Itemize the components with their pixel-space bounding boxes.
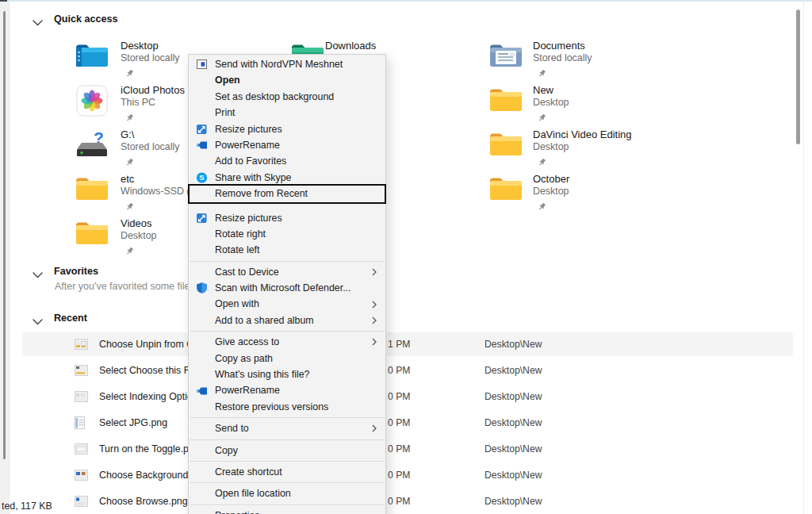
quick-access-item[interactable]: DocumentsStored locally [488,40,671,81]
menu-item-set-as-desktop-background[interactable]: Set as desktop background [189,89,385,105]
menu-separator [190,261,385,262]
file-thumbnail-icon [75,443,88,455]
menu-separator [190,417,385,418]
desktop-folder-icon [75,40,109,73]
menu-item-add-to-favorites[interactable]: Add to Favorites [189,153,385,169]
menu-item-print[interactable]: Print [189,105,385,121]
menu-item-label: Restore previous versions [215,401,328,412]
menu-item-powerrename[interactable]: PowerRename [189,137,385,153]
menu-item-send-to[interactable]: Send to [189,420,385,436]
menu-item-copy[interactable]: Copy [189,443,385,458]
menu-item-label: Copy [215,445,238,456]
item-title: October [533,173,569,185]
menu-item-add-to-a-shared-album[interactable]: Add to a shared album [189,313,385,328]
menu-item-label: Open with [215,298,259,309]
menu-item-give-access-to[interactable]: Give access to [189,334,385,350]
recent-file-row[interactable]: Turn on the Toggle.png0 PMDesktop\New [22,437,793,461]
file-name: Choose Browse.png [99,496,188,507]
menu-separator [190,504,385,505]
file-thumbnail-icon [75,416,85,429]
image-resizer-icon [196,123,208,135]
recent-file-row[interactable]: Select Choose this Fold0 PMDesktop\New [22,359,793,382]
right-scrollbar-thumb[interactable] [796,10,800,144]
item-subtitle: Stored locally [121,140,179,153]
menu-item-label: Send with NordVPN Meshnet [215,59,343,70]
recent-section-header[interactable]: Recent [54,313,87,324]
yellow-folder-icon [75,173,109,206]
menu-item-label: Resize pictures [215,213,282,224]
file-path: Desktop\New [485,443,542,455]
recent-file-row[interactable]: Choose Unpin from Qu1 PMDesktop\New [22,332,793,356]
power-rename-icon [196,385,208,397]
recent-file-row[interactable]: Choose Background.pn0 PMDesktop\New [22,463,793,487]
file-path: Desktop\New [485,470,542,481]
menu-item-label: Add to Favorites [215,155,286,167]
menu-item-cast-to-device[interactable]: Cast to Device [189,264,385,280]
pin-icon [538,200,546,214]
menu-item-remove-from-recent[interactable]: Remove from Recent [189,186,385,201]
file-path: Desktop\New [485,391,542,402]
menu-item-what-s-using-this-file[interactable]: What's using this file? [189,366,385,382]
menu-item-label: Share with Skype [215,172,291,183]
menu-item-open[interactable]: Open [189,72,385,88]
file-thumbnail-icon [75,496,88,507]
menu-item-open-with[interactable]: Open with [189,296,385,312]
menu-item-restore-previous-versions[interactable]: Restore previous versions [189,399,385,415]
left-scrollbar-thumb[interactable] [3,11,6,459]
quick-access-section-header[interactable]: Quick access [54,13,118,25]
menu-item-scan-with-microsoft-defender[interactable]: Scan with Microsoft Defender... [189,280,385,296]
menu-item-properties[interactable]: Properties [189,508,385,514]
menu-item-label: Rotate right [215,228,266,240]
menu-item-share-with-skype[interactable]: SShare with Skype [189,170,385,186]
quick-access-item[interactable]: OctoberDesktop [488,173,671,214]
svg-text:S: S [199,173,204,182]
image-resizer-icon [196,212,208,224]
chevron-down-icon[interactable] [33,15,43,21]
unknown-drive-icon: ? [75,128,109,162]
menu-item-label: Resize pictures [215,124,282,135]
file-time: 0 PM [388,365,410,376]
defender-icon [196,282,208,294]
quick-access-item[interactable]: DaVinci Video EditingDesktop [488,128,671,170]
file-name: Select Indexing Option [99,391,198,402]
file-path: Desktop\New [485,365,542,376]
submenu-arrow-icon [372,424,377,432]
chevron-down-icon[interactable] [33,314,43,320]
item-title: New [533,84,569,96]
chevron-down-icon[interactable] [33,267,43,274]
menu-item-powerrename[interactable]: PowerRename [189,382,385,398]
menu-separator [190,439,385,440]
file-time: 0 PM [388,391,410,402]
recent-file-row[interactable]: Select JPG.png0 PMDesktop\New [22,411,793,435]
menu-item-label: Send to [215,423,249,434]
pin-icon [125,111,134,125]
item-title: G:\ [121,128,179,140]
menu-item-label: Set as desktop background [215,91,334,102]
menu-item-create-shortcut[interactable]: Create shortcut [189,464,385,480]
submenu-arrow-icon [372,301,377,309]
menu-item-label: What's using this file? [215,369,309,380]
menu-item-send-with-nordvpn-meshnet[interactable]: Send with NordVPN Meshnet [189,56,385,72]
file-name: Turn on the Toggle.png [99,443,200,455]
menu-item-rotate-left[interactable]: Rotate left [189,242,385,258]
file-name: Select JPG.png [99,417,167,428]
favorites-section-header[interactable]: Favorites [54,266,98,277]
menu-item-open-file-location[interactable]: Open file location [189,485,385,501]
pin-icon [125,200,134,214]
menu-separator [190,482,385,483]
menu-item-resize-pictures[interactable]: Resize pictures [189,121,385,137]
recent-file-row[interactable]: Choose Browse.png0 PMDesktop\New [22,489,793,513]
recent-file-row[interactable]: Select Indexing Option0 PMDesktop\New [22,385,793,409]
menu-item-resize-pictures[interactable]: Resize pictures [189,210,385,226]
menu-item-label: Create shortcut [215,466,282,478]
quick-access-item[interactable]: NewDesktop [488,84,671,125]
file-time: 0 PM [388,417,410,428]
item-subtitle: Desktop [533,185,569,198]
file-name: Choose Background.pn [99,470,202,481]
documents-folder-icon [488,40,523,73]
menu-item-copy-as-path[interactable]: Copy as path [189,351,385,366]
menu-item-label: Add to a shared album [215,315,314,326]
favorites-empty-hint: After you've favorited some files, w [55,281,208,292]
menu-item-rotate-right[interactable]: Rotate right [189,226,385,242]
pin-icon [125,67,134,81]
